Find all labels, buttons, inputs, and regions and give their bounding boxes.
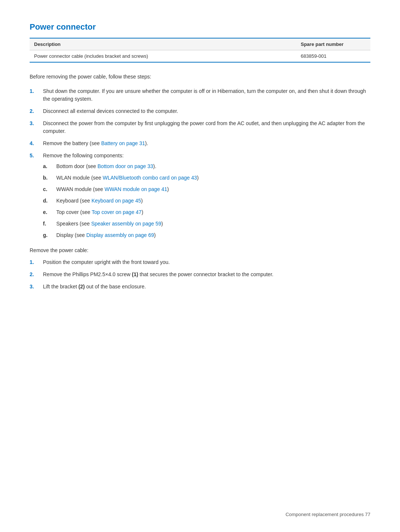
bold-ref: (1) xyxy=(132,271,138,277)
part-spare-number: 683859-001 xyxy=(296,50,370,63)
step-number: 3. xyxy=(30,283,43,291)
step-number: 5. xyxy=(30,152,43,243)
step-content: Disconnect all external devices connecte… xyxy=(43,107,370,115)
sub-content: Display (see Display assembly on page 69… xyxy=(56,231,370,239)
list-item: 1. Shut down the computer. If you are un… xyxy=(30,87,370,103)
display-link[interactable]: Display assembly on page 69 xyxy=(86,232,154,238)
sub-list: a. Bottom door (see Bottom door on page … xyxy=(43,163,370,239)
sub-content: Speakers (see Speaker assembly on page 5… xyxy=(56,220,370,228)
list-item: a. Bottom door (see Bottom door on page … xyxy=(43,163,370,170)
sub-content: WLAN module (see WLAN/Bluetooth combo ca… xyxy=(56,174,370,182)
list-item: 2. Remove the Phillips PM2.5×4.0 screw (… xyxy=(30,271,370,278)
bold-ref: (2) xyxy=(79,284,85,290)
sub-content: WWAN module (see WWAN module on page 41) xyxy=(56,185,370,193)
step-content: Shut down the computer. If you are unsur… xyxy=(43,87,370,103)
parts-table: Description Spare part number Power conn… xyxy=(30,38,370,63)
step-content: Remove the battery (see Battery on page … xyxy=(43,140,370,147)
step-content: Disconnect the power from the computer b… xyxy=(43,120,370,135)
remove-steps-list: 1. Position the computer upright with th… xyxy=(30,258,370,291)
sub-content: Keyboard (see Keyboard on page 45) xyxy=(56,197,370,205)
table-row: Power connector cable (includes bracket … xyxy=(30,50,370,63)
list-item: f. Speakers (see Speaker assembly on pag… xyxy=(43,220,370,228)
list-item: 5. Remove the following components: a. B… xyxy=(30,152,370,243)
list-item: b. WLAN module (see WLAN/Bluetooth combo… xyxy=(43,174,370,182)
step-number: 2. xyxy=(30,107,43,115)
sub-content: Top cover (see Top cover on page 47) xyxy=(56,208,370,216)
step-number: 1. xyxy=(30,258,43,266)
sub-label: b. xyxy=(43,174,56,182)
list-item: 3. Lift the bracket (2) out of the base … xyxy=(30,283,370,291)
list-item: d. Keyboard (see Keyboard on page 45) xyxy=(43,197,370,205)
intro-text: Before removing the power cable, follow … xyxy=(30,73,370,81)
sub-label: c. xyxy=(43,185,56,193)
keyboard-link[interactable]: Keyboard on page 45 xyxy=(91,198,141,204)
list-item: 3. Disconnect the power from the compute… xyxy=(30,120,370,135)
remove-cable-intro: Remove the power cable: xyxy=(30,247,370,253)
list-item: 2. Disconnect all external devices conne… xyxy=(30,107,370,115)
sub-label: d. xyxy=(43,197,56,205)
step-content: Position the computer upright with the f… xyxy=(43,258,370,266)
step-number: 3. xyxy=(30,120,43,135)
list-item: e. Top cover (see Top cover on page 47) xyxy=(43,208,370,216)
page-title: Power connector xyxy=(30,22,370,32)
col-spare-header: Spare part number xyxy=(296,38,370,50)
prereq-list: 1. Shut down the computer. If you are un… xyxy=(30,87,370,243)
step-number: 2. xyxy=(30,271,43,278)
sub-label: a. xyxy=(43,163,56,170)
step-number: 1. xyxy=(30,87,43,103)
wlan-link[interactable]: WLAN/Bluetooth combo card on page 43 xyxy=(103,175,197,181)
step-content: Lift the bracket (2) out of the base enc… xyxy=(43,283,370,291)
speakers-link[interactable]: Speaker assembly on page 59 xyxy=(91,221,161,227)
list-item: g. Display (see Display assembly on page… xyxy=(43,231,370,239)
sub-label: e. xyxy=(43,208,56,216)
sub-label: f. xyxy=(43,220,56,228)
sub-label: g. xyxy=(43,231,56,239)
wwan-link[interactable]: WWAN module on page 41 xyxy=(104,186,167,192)
list-item: 4. Remove the battery (see Battery on pa… xyxy=(30,140,370,147)
battery-link[interactable]: Battery on page 31 xyxy=(101,140,145,146)
list-item: 1. Position the computer upright with th… xyxy=(30,258,370,266)
step-number: 4. xyxy=(30,140,43,147)
page-footer: Component replacement procedures 77 xyxy=(286,512,370,517)
part-description: Power connector cable (includes bracket … xyxy=(30,50,296,63)
step-content: Remove the following components: a. Bott… xyxy=(43,152,370,243)
list-item: c. WWAN module (see WWAN module on page … xyxy=(43,185,370,193)
sub-content: Bottom door (see Bottom door on page 33)… xyxy=(56,163,370,170)
col-description-header: Description xyxy=(30,38,296,50)
top-cover-link[interactable]: Top cover on page 47 xyxy=(91,209,141,215)
bottom-door-link[interactable]: Bottom door on page 33 xyxy=(97,163,153,169)
step-content: Remove the Phillips PM2.5×4.0 screw (1) … xyxy=(43,271,370,278)
